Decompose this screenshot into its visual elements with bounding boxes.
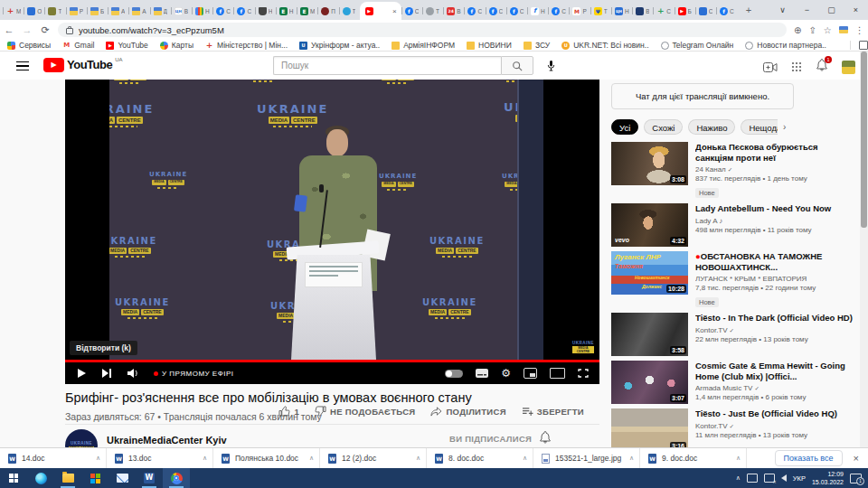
bookmark-item[interactable]: Карты [160,41,193,50]
video-thumbnail[interactable]: 3:58 [611,313,688,356]
browser-tab[interactable]: fС [464,2,485,20]
browser-tab[interactable]: Р [66,2,87,20]
filter-chip[interactable]: Наживо [688,119,735,135]
youtube-logo[interactable]: ▶ YouTube UA [43,58,123,72]
browser-tab[interactable]: ▶Б [675,2,695,20]
browser-tab[interactable]: С [695,2,716,20]
browser-tab[interactable]: А [108,2,128,20]
filter-chip[interactable]: Усі [611,119,638,135]
bookmark-item[interactable]: MGmail [62,41,94,50]
create-video-icon[interactable] [763,62,778,72]
related-video-item[interactable]: vevo4:32Lady Antebellum - Need You NowLa… [611,203,857,247]
fullscreen-icon[interactable] [578,369,589,378]
download-bar-close-icon[interactable]: × [854,453,859,464]
subtitles-icon[interactable] [476,369,488,378]
filter-chip[interactable]: Схожі [644,119,683,135]
browser-tab[interactable]: ЦНН [611,2,632,20]
url-text[interactable]: youtube.com/watch?v=3_ecPpzum5M [79,25,224,35]
miniplayer-icon[interactable] [524,368,537,379]
download-item[interactable]: W14.doc∧ [0,448,107,468]
browser-tab[interactable]: fС [233,2,254,20]
download-item[interactable]: W12 (2).doc∧ [320,448,427,468]
browser-tab[interactable]: MР [569,2,590,20]
autoplay-toggle[interactable] [445,370,463,378]
filter-chip[interactable]: Нещодавні завант [741,119,778,135]
play-icon[interactable] [76,368,87,379]
download-item[interactable]: WПолянська 10.doc∧ [213,448,320,468]
related-video-item[interactable]: 3:16Tiësto - Just Be (Official Video HQ)… [611,408,857,449]
reading-list-button[interactable]: Список для чтения [850,41,868,50]
browser-tab[interactable]: Б [87,2,108,20]
browser-tab[interactable]: Н [255,2,276,20]
browser-tab[interactable]: ΨТ [590,2,611,20]
bookmark-item[interactable]: АрміяІНФОРМ [392,41,455,50]
browser-tab[interactable]: fС [401,2,422,20]
browser-tab[interactable]: fС [212,2,233,20]
browser-tab[interactable]: fС [486,2,506,20]
browser-tab[interactable]: Т [44,2,65,20]
channel-watermark[interactable]: UKRAINE MEDIA CENTRE [572,341,594,353]
voice-search-button[interactable] [542,56,561,75]
download-caret-icon[interactable]: ∧ [309,455,314,462]
avatar[interactable] [842,61,855,74]
theater-mode-icon[interactable] [550,368,565,379]
related-video-title[interactable]: Tiësto - In The Dark (Official Video HD) [695,313,857,324]
browser-menu-icon[interactable]: ⋮ [855,25,864,35]
notifications-button[interactable]: 1 [816,59,828,75]
browser-tab[interactable]: Т [422,2,443,20]
page-scrollbar[interactable] [860,52,868,447]
reload-icon[interactable]: ⟳ [36,24,54,36]
browser-tab[interactable]: fН [527,2,548,20]
browser-tab[interactable]: +М [3,2,24,20]
channel-bell-button[interactable] [539,431,552,447]
new-tab-button[interactable]: + [741,3,756,17]
related-video-item[interactable]: Луганск ЛНРТаможняНовошахтинскДолжанс10:… [611,251,857,308]
start-button[interactable] [0,468,27,488]
related-video-title[interactable]: Cosmic Gate & Emma Hewitt - Going Home (… [695,361,857,381]
bookmark-item[interactable]: ▶YouTube [106,41,147,50]
browser-tab[interactable]: fС [506,2,527,20]
browser-tab[interactable]: ЕН [276,2,297,20]
channel-name[interactable]: UkraineMediaCenter Kyiv [107,435,227,446]
save-button[interactable]: ЗБЕРЕГТИ [522,407,584,417]
language-indicator[interactable]: УКР [793,474,806,483]
tab-close-icon[interactable]: × [392,7,400,15]
bookmark-item[interactable]: Telegram Онлайн [661,41,734,50]
download-item[interactable]: W8. doc.doc∧ [427,448,533,468]
browser-tab[interactable]: Н [192,2,212,20]
browser-tab[interactable]: В [632,2,653,20]
download-caret-icon[interactable]: ∧ [416,455,420,462]
browser-tab-active[interactable]: ▶× [360,2,401,20]
close-icon[interactable]: × [844,0,868,20]
video-player[interactable]: UKRAINEMEDIACENTREUKRAINEMEDIACENTREUKRA… [65,80,599,384]
url-bar[interactable]: youtube.com/watch?v=3_ecPpzum5M [58,23,787,37]
related-video-title[interactable]: Lady Antebellum - Need You Now [695,203,857,214]
back-icon[interactable]: ← [0,24,18,35]
download-item[interactable]: W9. doc.doc∧ [640,448,747,468]
minimize-icon[interactable]: − [795,0,819,20]
bookmark-item[interactable]: UUKR.NET: Всі новин.. [561,41,648,50]
action-center-icon[interactable]: 1 [850,474,862,483]
search-input[interactable] [273,56,501,75]
taskbar-chrome[interactable] [163,468,190,488]
bookmark-star-icon[interactable]: ☆ [824,25,832,35]
taskbar-word[interactable]: W [136,468,163,488]
bookmark-item[interactable]: Новости партнера.. [745,41,826,50]
video-thumbnail[interactable]: 3:16 [611,408,688,449]
related-video-item[interactable]: 3:07Cosmic Gate & Emma Hewitt - Going Ho… [611,361,857,404]
download-caret-icon[interactable]: ∧ [523,455,527,462]
forward-icon[interactable]: → [18,24,36,35]
browser-tab[interactable]: ЦНВ [171,2,192,20]
chips-next-icon[interactable]: › [783,122,786,132]
hamburger-menu-icon[interactable] [16,61,29,70]
subscribed-button[interactable]: ВИ ПІДПИСАЛИСЯ [449,434,532,444]
volume-icon[interactable] [127,368,139,379]
video-thumbnail[interactable]: vevo4:32 [611,203,688,247]
bookmark-item[interactable]: Сервисы [7,41,51,50]
share-icon[interactable]: ⇪ [808,25,816,35]
download-caret-icon[interactable]: ∧ [203,455,207,462]
volume-tray-icon[interactable] [781,474,787,482]
browser-tab[interactable]: fС [548,2,569,20]
browser-tab[interactable]: ЕМ [297,2,317,20]
share-button[interactable]: ПОДІЛИТИСЯ [430,407,505,417]
